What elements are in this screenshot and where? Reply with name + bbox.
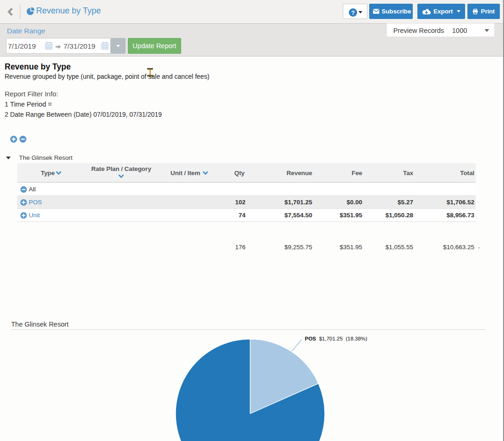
svg-text:?: ? — [351, 9, 355, 16]
